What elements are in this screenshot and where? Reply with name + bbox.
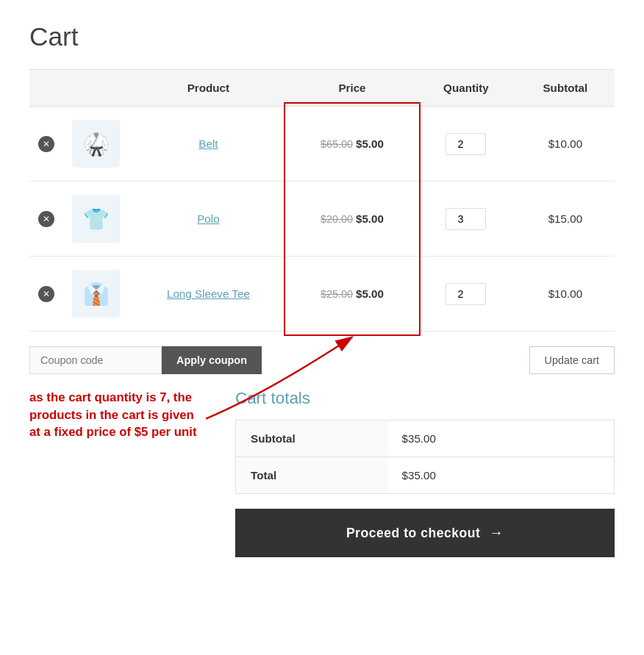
col-header-price: Price [288, 70, 416, 107]
quantity-input[interactable] [446, 133, 486, 155]
table-row: ✕👕Polo$20.00$5.00$15.00 [29, 182, 615, 257]
table-row: ✕👔Long Sleeve Tee$25.00$5.00$10.00 [29, 257, 615, 332]
coupon-input[interactable] [29, 346, 162, 374]
new-price: $5.00 [356, 287, 384, 300]
product-link[interactable]: Belt [198, 137, 218, 150]
total-label: Total [236, 457, 387, 494]
new-price: $5.00 [356, 212, 384, 225]
remove-item-button[interactable]: ✕ [38, 211, 54, 227]
new-price: $5.00 [356, 137, 384, 150]
price-cell: $65.00$5.00 [288, 107, 416, 182]
cart-totals-title: Cart totals [235, 389, 615, 408]
apply-coupon-button[interactable]: Apply coupon [162, 346, 262, 374]
table-row: ✕🥋Belt$65.00$5.00$10.00 [29, 107, 615, 182]
checkout-arrow: → [489, 525, 504, 541]
subtotal-cell: $10.00 [516, 257, 615, 332]
product-image: 🥋 [72, 120, 120, 168]
total-value: $35.00 [387, 457, 615, 494]
product-image: 👕 [72, 195, 120, 243]
checkout-label: Proceed to checkout [346, 526, 481, 541]
col-header-subtotal: Subtotal [516, 70, 615, 107]
product-link[interactable]: Long Sleeve Tee [167, 287, 250, 300]
col-header-quantity: Quantity [416, 70, 516, 107]
old-price: $20.00 [321, 213, 353, 225]
remove-item-button[interactable]: ✕ [38, 136, 54, 152]
cart-totals: Cart totals Subtotal $35.00 Total $35.00… [235, 389, 615, 557]
coupon-row: Apply coupon Update cart [29, 346, 615, 374]
subtotal-cell: $10.00 [516, 107, 615, 182]
product-link[interactable]: Polo [197, 212, 219, 225]
subtotal-label: Subtotal [236, 420, 387, 457]
annotation-area: as the cart quantity is 7, the products … [29, 389, 206, 557]
annotation-text: as the cart quantity is 7, the products … [29, 389, 198, 441]
checkout-button[interactable]: Proceed to checkout → [235, 509, 615, 557]
bottom-section: as the cart quantity is 7, the products … [29, 389, 615, 557]
price-cell: $25.00$5.00 [288, 257, 416, 332]
old-price: $65.00 [321, 138, 353, 150]
quantity-input[interactable] [446, 208, 486, 230]
subtotal-value: $35.00 [387, 420, 615, 457]
price-cell: $20.00$5.00 [288, 182, 416, 257]
old-price: $25.00 [321, 288, 353, 300]
remove-item-button[interactable]: ✕ [38, 286, 54, 302]
cart-table: Product Price Quantity Subtotal ✕🥋Belt$6… [29, 69, 615, 332]
subtotal-cell: $15.00 [516, 182, 615, 257]
col-header-product: Product [129, 70, 288, 107]
product-image: 👔 [72, 270, 120, 318]
quantity-input[interactable] [446, 283, 486, 305]
update-cart-button[interactable]: Update cart [529, 346, 615, 374]
page-title: Cart [29, 22, 615, 51]
totals-table: Subtotal $35.00 Total $35.00 [235, 420, 615, 494]
